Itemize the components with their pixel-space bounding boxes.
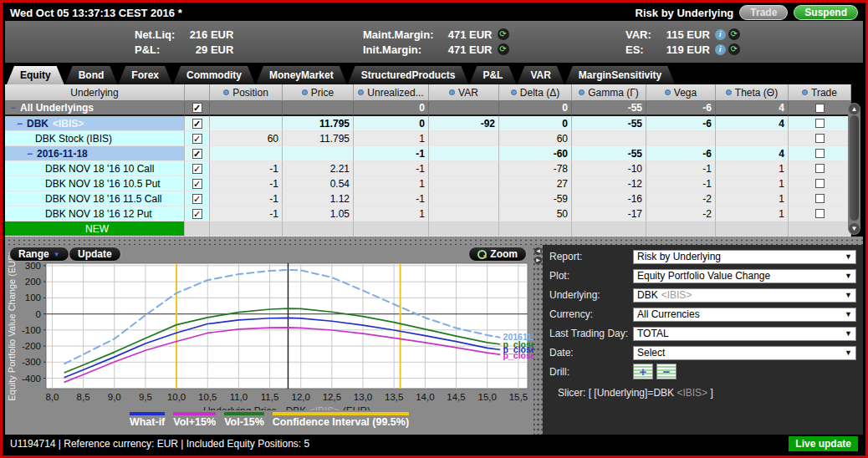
underlying-cell[interactable]: DBK NOV 18 '16 10.5 Put: [5, 176, 185, 191]
update-button[interactable]: Update: [69, 247, 121, 262]
dropdown-report-[interactable]: Risk by Underlying▼: [633, 250, 856, 264]
trade-checkbox[interactable]: [815, 209, 825, 218]
svg-text:p_close: p_close: [503, 350, 534, 360]
range-button[interactable]: Range▼: [9, 247, 69, 262]
table-row[interactable]: −2016-11-18✓-1-60-55-64: [5, 146, 851, 161]
scroll-down-icon[interactable]: ▼: [849, 223, 860, 234]
column-header-Theta (Θ)[interactable]: Theta (Θ): [716, 84, 789, 101]
underlying-cell[interactable]: DBK NOV 18 '16 10 Call: [5, 161, 185, 176]
info-icon[interactable]: i: [715, 44, 726, 55]
column-header-VAR[interactable]: VAR: [429, 84, 499, 101]
column-header-Trade[interactable]: Trade: [789, 84, 851, 101]
collapse-icon[interactable]: −: [17, 118, 23, 130]
include-checkbox-cell: ✓: [185, 206, 210, 221]
magnifier-icon: [477, 250, 486, 258]
trade-checkbox[interactable]: [815, 149, 825, 158]
include-checkbox[interactable]: ✓: [192, 103, 202, 113]
refresh-icon[interactable]: ⟳: [728, 43, 740, 55]
include-checkbox[interactable]: ✓: [192, 209, 202, 219]
report-controls-panel: Drill: +− Slicer: [ [Underlying]=DBK <IB…: [543, 245, 863, 437]
table-row[interactable]: −All Underlyings✓00-55-64: [5, 101, 851, 116]
underlying-cell[interactable]: DBK NOV 18 '16 12 Put: [5, 206, 185, 221]
unrealized-cell: -1: [354, 146, 429, 161]
status-text: U1194714 | Reference currency: EUR | Inc…: [10, 438, 309, 450]
include-checkbox[interactable]: ✓: [192, 119, 202, 129]
underlying-cell[interactable]: NEW: [5, 221, 185, 237]
include-checkbox[interactable]: ✓: [192, 194, 202, 204]
include-checkbox[interactable]: ✓: [192, 149, 202, 159]
underlying-cell[interactable]: DBK Stock (IBIS): [5, 131, 185, 146]
table-row[interactable]: DBK NOV 18 '16 10 Call✓-12.21-1-78-10-11: [5, 161, 851, 176]
trade-checkbox[interactable]: [815, 134, 825, 143]
info-icon[interactable]: i: [715, 29, 726, 40]
underlying-cell[interactable]: −DBK<IBIS>: [5, 116, 185, 131]
collapse-left-icon[interactable]: ◀: [534, 247, 542, 255]
dropdown-underlying-[interactable]: DBK<IBIS>▼: [633, 288, 856, 303]
table-row[interactable]: DBK Stock (IBIS)✓6011.795160: [5, 131, 851, 146]
table-row[interactable]: DBK NOV 18 '16 12 Put✓-11.05150-17-21: [5, 206, 851, 221]
svg-text:9,5: 9,5: [139, 392, 152, 402]
dropdown-plot-[interactable]: Equity Portfolio Value Change▼: [633, 269, 856, 283]
column-header-checkbox[interactable]: [185, 84, 210, 101]
table-row[interactable]: DBK NOV 18 '16 10.5 Put✓-10.54127-12-11: [5, 176, 851, 191]
refresh-icon[interactable]: ⟳: [498, 43, 509, 55]
vertical-splitter[interactable]: ◀ ▶: [534, 245, 543, 437]
var-cell: [429, 161, 499, 176]
control-row: Date:Select▼: [549, 344, 856, 361]
tab-moneymarket[interactable]: MoneyMarket: [256, 66, 347, 84]
scrollbar-thumb[interactable]: [850, 115, 859, 221]
drill-up-button[interactable]: −: [656, 364, 677, 379]
include-checkbox[interactable]: ✓: [192, 164, 202, 174]
table-scrollbar[interactable]: ▲ ▼: [848, 103, 860, 235]
table-row[interactable]: −DBK<IBIS>✓11.7950-920-55-64: [5, 116, 851, 131]
column-header-Position[interactable]: Position: [210, 84, 283, 101]
trade-checkbox[interactable]: [815, 194, 825, 203]
underlying-cell[interactable]: DBK NOV 18 '16 11.5 Call: [5, 191, 185, 206]
vega-cell: -6: [646, 101, 716, 116]
collapse-icon[interactable]: −: [10, 102, 16, 114]
table-row[interactable]: DBK NOV 18 '16 11.5 Call✓-11.12-1-59-16-…: [5, 191, 851, 206]
trade-checkbox[interactable]: [815, 104, 825, 113]
tab-var[interactable]: VAR: [517, 66, 564, 84]
tab-forex[interactable]: Forex: [118, 66, 172, 84]
zoom-button[interactable]: Zoom: [468, 247, 527, 262]
live-update-badge[interactable]: Live update: [789, 436, 858, 451]
underlying-cell[interactable]: −All Underlyings: [5, 101, 185, 116]
dropdown-date-[interactable]: Select▼: [633, 346, 856, 360]
underlying-cell[interactable]: −2016-11-18: [5, 146, 185, 161]
trade-checkbox[interactable]: [815, 119, 825, 128]
position-cell: -1: [210, 206, 283, 221]
tab-p-l[interactable]: P&L: [469, 66, 516, 84]
column-header-Vega[interactable]: Vega: [646, 84, 716, 101]
collapse-right-icon[interactable]: ▶: [534, 257, 542, 264]
scroll-up-icon[interactable]: ▲: [849, 104, 860, 114]
dropdown-last-trading-day-[interactable]: TOTAL▼: [633, 327, 856, 341]
tab-marginsensitivity[interactable]: MarginSensitivity: [565, 66, 675, 84]
refresh-icon[interactable]: ⟳: [498, 28, 509, 40]
tab-commodity[interactable]: Commodity: [173, 66, 255, 84]
tab-equity[interactable]: Equity: [7, 66, 64, 84]
column-header-Gamma (Γ)[interactable]: Gamma (Γ): [572, 84, 646, 101]
include-checkbox[interactable]: ✓: [192, 134, 202, 144]
horizontal-splitter[interactable]: [5, 237, 863, 245]
table-row[interactable]: NEW: [5, 221, 851, 237]
include-checkbox[interactable]: ✓: [192, 179, 202, 189]
trade-checkbox[interactable]: [815, 164, 825, 173]
column-header-Delta (Δ)[interactable]: Delta (Δ): [499, 84, 572, 101]
trade-button[interactable]: Trade: [739, 5, 788, 20]
tab-bond[interactable]: Bond: [65, 66, 118, 84]
collapse-icon[interactable]: −: [27, 148, 33, 160]
control-label: Currency:: [549, 308, 633, 320]
exchange-suffix: <IBIS>: [53, 118, 84, 130]
trade-checkbox[interactable]: [815, 179, 825, 188]
dropdown-currency-[interactable]: All Currencies▼: [633, 308, 856, 322]
refresh-icon[interactable]: ⟳: [728, 28, 740, 40]
tab-structuredproducts[interactable]: StructuredProducts: [348, 66, 469, 84]
column-header-Price[interactable]: Price: [283, 84, 354, 101]
include-checkbox-cell: ✓: [185, 116, 210, 131]
suspend-button[interactable]: Suspend: [794, 5, 858, 20]
drill-down-button[interactable]: +: [633, 364, 653, 379]
column-header-Underlying[interactable]: Underlying: [5, 84, 185, 101]
column-header-Unrealized...[interactable]: Unrealized...: [354, 84, 429, 101]
control-row: Last Trading Day:TOTAL▼: [549, 325, 856, 342]
